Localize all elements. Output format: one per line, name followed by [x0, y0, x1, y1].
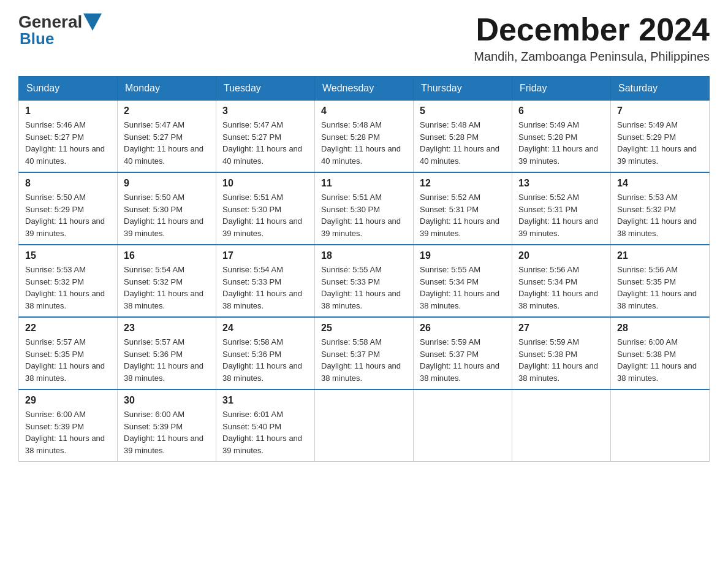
location-text: Mandih, Zamboanga Peninsula, Philippines	[474, 50, 710, 64]
day-number: 18	[321, 250, 407, 261]
calendar-cell: 5Sunrise: 5:48 AMSunset: 5:28 PMDaylight…	[414, 101, 512, 173]
day-number: 4	[321, 105, 407, 117]
calendar-cell	[414, 389, 512, 462]
day-number: 10	[222, 178, 308, 189]
day-info: Sunrise: 5:47 AMSunset: 5:27 PMDaylight:…	[124, 119, 210, 167]
day-info: Sunrise: 5:49 AMSunset: 5:28 PMDaylight:…	[518, 119, 604, 167]
calendar-week-row: 8Sunrise: 5:50 AMSunset: 5:29 PMDaylight…	[19, 172, 710, 245]
calendar-cell: 31Sunrise: 6:01 AMSunset: 5:40 PMDayligh…	[216, 389, 315, 462]
day-header-wednesday: Wednesday	[315, 77, 414, 101]
day-info: Sunrise: 5:57 AMSunset: 5:35 PMDaylight:…	[25, 336, 111, 384]
day-number: 5	[420, 105, 506, 117]
calendar-week-row: 22Sunrise: 5:57 AMSunset: 5:35 PMDayligh…	[19, 317, 710, 389]
calendar-cell: 22Sunrise: 5:57 AMSunset: 5:35 PMDayligh…	[19, 317, 118, 389]
day-info: Sunrise: 5:50 AMSunset: 5:29 PMDaylight:…	[25, 191, 111, 239]
day-info: Sunrise: 5:55 AMSunset: 5:34 PMDaylight:…	[420, 264, 506, 312]
day-info: Sunrise: 5:53 AMSunset: 5:32 PMDaylight:…	[25, 264, 111, 312]
calendar-cell: 15Sunrise: 5:53 AMSunset: 5:32 PMDayligh…	[19, 245, 118, 317]
calendar-cell	[315, 389, 414, 462]
day-header-tuesday: Tuesday	[216, 77, 315, 101]
day-info: Sunrise: 5:58 AMSunset: 5:37 PMDaylight:…	[321, 336, 407, 384]
day-number: 25	[321, 323, 407, 334]
calendar-cell	[611, 389, 710, 462]
day-number: 24	[222, 323, 308, 334]
day-info: Sunrise: 5:54 AMSunset: 5:32 PMDaylight:…	[124, 264, 210, 312]
day-info: Sunrise: 5:52 AMSunset: 5:31 PMDaylight:…	[518, 191, 604, 239]
day-number: 17	[222, 250, 308, 261]
calendar-cell: 3Sunrise: 5:47 AMSunset: 5:27 PMDaylight…	[216, 101, 315, 173]
calendar-cell: 28Sunrise: 6:00 AMSunset: 5:38 PMDayligh…	[611, 317, 710, 389]
day-number: 1	[25, 105, 111, 117]
day-number: 7	[617, 105, 703, 117]
calendar-cell: 29Sunrise: 6:00 AMSunset: 5:39 PMDayligh…	[19, 389, 118, 462]
day-info: Sunrise: 5:48 AMSunset: 5:28 PMDaylight:…	[420, 119, 506, 167]
day-number: 31	[222, 395, 308, 406]
calendar-cell: 16Sunrise: 5:54 AMSunset: 5:32 PMDayligh…	[118, 245, 216, 317]
day-info: Sunrise: 5:51 AMSunset: 5:30 PMDaylight:…	[222, 191, 308, 239]
logo: General Blue	[18, 12, 102, 48]
logo-triangle-icon	[83, 13, 102, 31]
calendar-cell: 8Sunrise: 5:50 AMSunset: 5:29 PMDaylight…	[19, 172, 118, 245]
day-header-saturday: Saturday	[611, 77, 710, 101]
day-number: 6	[518, 105, 604, 117]
calendar-cell: 7Sunrise: 5:49 AMSunset: 5:29 PMDaylight…	[611, 101, 710, 173]
day-info: Sunrise: 5:53 AMSunset: 5:32 PMDaylight:…	[617, 191, 703, 239]
day-number: 16	[124, 250, 210, 261]
day-number: 26	[420, 323, 506, 334]
day-info: Sunrise: 5:55 AMSunset: 5:33 PMDaylight:…	[321, 264, 407, 312]
day-info: Sunrise: 5:57 AMSunset: 5:36 PMDaylight:…	[124, 336, 210, 384]
calendar-cell: 18Sunrise: 5:55 AMSunset: 5:33 PMDayligh…	[315, 245, 414, 317]
day-info: Sunrise: 5:59 AMSunset: 5:38 PMDaylight:…	[518, 336, 604, 384]
calendar-cell	[512, 389, 611, 462]
calendar-cell: 2Sunrise: 5:47 AMSunset: 5:27 PMDaylight…	[118, 101, 216, 173]
day-info: Sunrise: 5:58 AMSunset: 5:36 PMDaylight:…	[222, 336, 308, 384]
day-number: 9	[124, 178, 210, 189]
calendar-table: SundayMondayTuesdayWednesdayThursdayFrid…	[18, 76, 710, 462]
calendar-cell: 1Sunrise: 5:46 AMSunset: 5:27 PMDaylight…	[19, 101, 118, 173]
day-header-friday: Friday	[512, 77, 611, 101]
day-info: Sunrise: 5:54 AMSunset: 5:33 PMDaylight:…	[222, 264, 308, 312]
title-section: December 2024 Mandih, Zamboanga Peninsul…	[474, 12, 710, 64]
calendar-cell: 14Sunrise: 5:53 AMSunset: 5:32 PMDayligh…	[611, 172, 710, 245]
calendar-cell: 24Sunrise: 5:58 AMSunset: 5:36 PMDayligh…	[216, 317, 315, 389]
day-number: 28	[617, 323, 703, 334]
page-header: General Blue December 2024 Mandih, Zambo…	[18, 12, 710, 64]
day-info: Sunrise: 5:48 AMSunset: 5:28 PMDaylight:…	[321, 119, 407, 167]
day-number: 29	[25, 395, 111, 406]
day-number: 22	[25, 323, 111, 334]
calendar-cell: 25Sunrise: 5:58 AMSunset: 5:37 PMDayligh…	[315, 317, 414, 389]
calendar-cell: 12Sunrise: 5:52 AMSunset: 5:31 PMDayligh…	[414, 172, 512, 245]
calendar-cell: 20Sunrise: 5:56 AMSunset: 5:34 PMDayligh…	[512, 245, 611, 317]
calendar-cell: 26Sunrise: 5:59 AMSunset: 5:37 PMDayligh…	[414, 317, 512, 389]
calendar-header-row: SundayMondayTuesdayWednesdayThursdayFrid…	[19, 77, 710, 101]
calendar-cell: 19Sunrise: 5:55 AMSunset: 5:34 PMDayligh…	[414, 245, 512, 317]
svg-marker-0	[83, 13, 102, 31]
calendar-cell: 23Sunrise: 5:57 AMSunset: 5:36 PMDayligh…	[118, 317, 216, 389]
calendar-cell: 9Sunrise: 5:50 AMSunset: 5:30 PMDaylight…	[118, 172, 216, 245]
day-info: Sunrise: 6:00 AMSunset: 5:39 PMDaylight:…	[124, 408, 210, 456]
day-number: 15	[25, 250, 111, 261]
calendar-week-row: 1Sunrise: 5:46 AMSunset: 5:27 PMDaylight…	[19, 101, 710, 173]
day-number: 8	[25, 178, 111, 189]
day-number: 14	[617, 178, 703, 189]
day-header-thursday: Thursday	[414, 77, 512, 101]
day-info: Sunrise: 5:56 AMSunset: 5:34 PMDaylight:…	[518, 264, 604, 312]
calendar-cell: 17Sunrise: 5:54 AMSunset: 5:33 PMDayligh…	[216, 245, 315, 317]
day-number: 20	[518, 250, 604, 261]
calendar-cell: 30Sunrise: 6:00 AMSunset: 5:39 PMDayligh…	[118, 389, 216, 462]
day-info: Sunrise: 6:01 AMSunset: 5:40 PMDaylight:…	[222, 408, 308, 456]
logo-blue-text: Blue	[18, 29, 54, 48]
day-info: Sunrise: 5:46 AMSunset: 5:27 PMDaylight:…	[25, 119, 111, 167]
day-info: Sunrise: 5:52 AMSunset: 5:31 PMDaylight:…	[420, 191, 506, 239]
calendar-cell: 13Sunrise: 5:52 AMSunset: 5:31 PMDayligh…	[512, 172, 611, 245]
day-info: Sunrise: 6:00 AMSunset: 5:39 PMDaylight:…	[25, 408, 111, 456]
day-number: 21	[617, 250, 703, 261]
day-info: Sunrise: 5:56 AMSunset: 5:35 PMDaylight:…	[617, 264, 703, 312]
month-title: December 2024	[474, 12, 710, 47]
calendar-week-row: 29Sunrise: 6:00 AMSunset: 5:39 PMDayligh…	[19, 389, 710, 462]
day-number: 30	[124, 395, 210, 406]
calendar-cell: 21Sunrise: 5:56 AMSunset: 5:35 PMDayligh…	[611, 245, 710, 317]
day-info: Sunrise: 5:49 AMSunset: 5:29 PMDaylight:…	[617, 119, 703, 167]
day-info: Sunrise: 6:00 AMSunset: 5:38 PMDaylight:…	[617, 336, 703, 384]
day-number: 2	[124, 105, 210, 117]
